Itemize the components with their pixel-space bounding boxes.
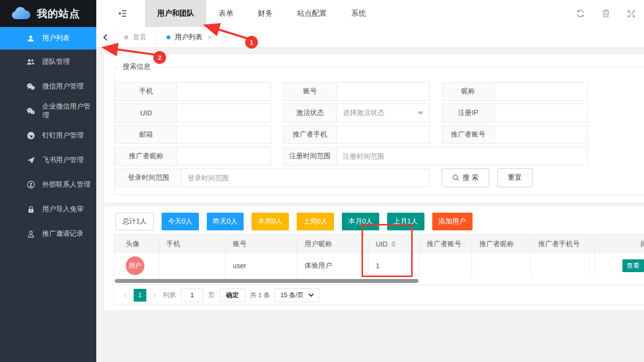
reset-button[interactable]: 重置 [497, 168, 532, 187]
page-prev-icon[interactable]: ‹ [122, 291, 129, 299]
sidebar-item-label: 飞书用户管理 [42, 156, 84, 165]
col-nickname: 用户昵称 [297, 235, 368, 253]
cell-spacer [590, 253, 595, 278]
col-uid: UID [368, 235, 420, 253]
close-icon[interactable]: × [208, 33, 212, 41]
per-page-value: 15 条/页 [280, 291, 304, 300]
reg-ip-input[interactable] [495, 104, 588, 122]
field-reg-ip: 注册IP [442, 104, 588, 122]
page-tab-home[interactable]: 首页 [114, 27, 157, 47]
collapse-menu-icon[interactable] [118, 10, 127, 17]
nickname-input[interactable] [495, 82, 588, 101]
chevron-left-icon[interactable] [96, 27, 114, 47]
scrollbar-thumb[interactable] [115, 279, 419, 283]
cell-avatar: 用户 [114, 253, 159, 278]
stat-last-month-button[interactable]: 上月1人 [387, 213, 424, 230]
field-uid: UID [115, 104, 271, 122]
account-input[interactable] [337, 82, 430, 101]
field-label: 昵称 [442, 82, 495, 101]
contact-circle-icon [27, 181, 35, 189]
promoter-phone-input[interactable] [337, 125, 430, 144]
sidebar-nav: 用户列表 团队管理 微信用户管理 企业微信用户管理 钉钉用户管理 [0, 27, 96, 246]
page-next-icon[interactable]: › [151, 291, 158, 299]
sidebar-item-dingtalk-users[interactable]: 钉钉用户管理 [0, 123, 96, 148]
lock-icon [27, 205, 35, 214]
add-user-button[interactable]: 添加用户 [432, 213, 473, 230]
uid-input[interactable] [177, 104, 271, 122]
sidebar-item-label: 钉钉用户管理 [42, 131, 84, 140]
field-reg-time-range: 注册时间范围 [283, 147, 588, 166]
fullscreen-icon[interactable] [627, 10, 635, 18]
promoter-nickname-input[interactable] [177, 147, 271, 166]
topnav-tab-finance[interactable]: 财务 [246, 0, 285, 27]
user-icon [27, 34, 35, 43]
view-button[interactable]: 查看 [622, 259, 644, 272]
sidebar-item-team[interactable]: 团队管理 [0, 50, 96, 74]
sidebar-item-user-import[interactable]: 用户导入免审 [0, 197, 96, 222]
sidebar-item-wechat-users[interactable]: 微信用户管理 [0, 74, 96, 99]
topnav-tab-site-config[interactable]: 站点配置 [285, 0, 339, 27]
app-logo: 我的站点 [0, 0, 96, 27]
per-page-select[interactable]: 15 条/页 [275, 288, 319, 302]
email-input[interactable] [177, 125, 271, 144]
search-button-label: 搜 索 [463, 173, 478, 182]
sidebar-item-user-list[interactable]: 用户列表 [0, 27, 96, 50]
search-icon [452, 174, 459, 181]
cell-nickname: 体验用户 [297, 253, 368, 278]
search-panel: 搜索信息 手机 账号 昵称 UID [104, 54, 644, 202]
page-current[interactable]: 1 [134, 289, 146, 302]
topnav-tab-system[interactable]: 系统 [339, 0, 378, 27]
cell-promoter-phone [531, 253, 590, 278]
login-time-range-input[interactable] [182, 168, 430, 187]
content-area: 搜索信息 手机 账号 昵称 UID [96, 48, 644, 310]
topnav-tab-forms[interactable]: 表单 [206, 0, 246, 27]
stat-this-month-button[interactable]: 本月0人 [342, 213, 379, 230]
sidebar-item-external-contacts[interactable]: 外部联系人管理 [0, 172, 96, 197]
breadcrumb-tabsbar: 首页 用户列表 × [96, 27, 644, 48]
reg-time-range-input[interactable] [337, 147, 588, 166]
user-table: 头像 手机 账号 用户昵称 UID 推广者账号 推广者昵称 推广者手机号 操作 [113, 234, 644, 305]
sidebar-item-wecom-users[interactable]: 企业微信用户管理 [0, 99, 96, 123]
confirm-button[interactable]: 确定 [220, 288, 245, 302]
field-account: 账号 [283, 82, 430, 101]
col-promoter-phone: 推广者手机号 [531, 235, 590, 253]
stat-today-button[interactable]: 今天0人 [162, 213, 199, 230]
col-phone: 手机 [159, 235, 225, 253]
sidebar-item-label: 用户导入免审 [42, 205, 84, 214]
goto-label: 到第 [163, 291, 176, 300]
promoter-account-input[interactable] [495, 125, 588, 144]
cell-actions: 查看 编辑 [595, 253, 644, 278]
phone-input[interactable] [177, 82, 271, 101]
stat-last-week-button[interactable]: 上周0人 [297, 213, 334, 230]
page-tab-user-list[interactable]: 用户列表 × [157, 27, 223, 47]
cell-promoter-account [420, 253, 472, 278]
goto-page-input[interactable] [181, 288, 203, 302]
field-label: 激活状态 [283, 104, 337, 122]
refresh-icon[interactable] [576, 9, 585, 18]
search-button[interactable]: 搜 索 [442, 168, 489, 187]
field-email: 邮箱 [115, 125, 271, 144]
trash-icon[interactable] [602, 9, 610, 18]
page-unit-label: 页 [208, 291, 215, 300]
field-label: 推广者账号 [442, 125, 495, 144]
stat-total-button[interactable]: 总计1人 [115, 213, 154, 230]
sidebar-item-feishu-users[interactable]: 飞书用户管理 [0, 148, 96, 172]
select-placeholder: 选择激活状态 [343, 109, 384, 117]
stat-this-week-button[interactable]: 本周0人 [252, 213, 289, 230]
reset-button-label: 重置 [508, 173, 522, 182]
sidebar-item-invite-records[interactable]: 推广邀请记录 [0, 222, 96, 246]
stat-yesterday-button[interactable]: 昨天0人 [207, 213, 244, 230]
sidebar-item-label: 外部联系人管理 [42, 180, 90, 189]
tab-label: 首页 [133, 33, 146, 42]
sidebar-item-label: 用户列表 [42, 34, 70, 43]
tab-dot [124, 35, 128, 39]
cell-promoter-nickname [472, 253, 531, 278]
stats-row: 总计1人 今天0人 昨天0人 本周0人 上周0人 本月0人 上月1人 添加用户 [115, 213, 644, 230]
topnav-tab-users-teams[interactable]: 用户和团队 [145, 0, 206, 27]
col-spacer [590, 235, 595, 253]
app-title: 我的站点 [37, 7, 80, 21]
team-icon [27, 58, 35, 66]
sort-icon[interactable] [391, 241, 396, 247]
active-state-select[interactable]: 选择激活状态 [337, 104, 430, 122]
topnav-tabs: 用户和团队 表单 财务 站点配置 系统 [145, 0, 378, 27]
